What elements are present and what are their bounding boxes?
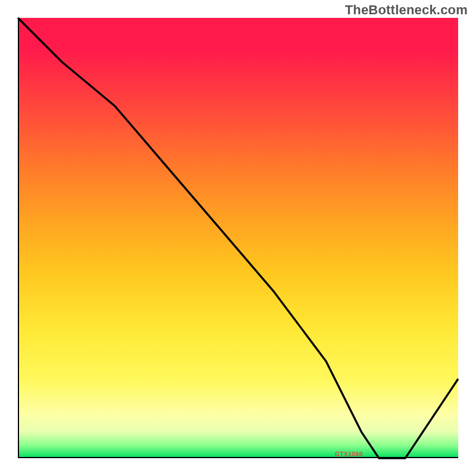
bottom-annotation: GTX1060 — [335, 451, 363, 458]
watermark-text: TheBottleneck.com — [345, 2, 468, 18]
chart-container: TheBottleneck.com GTX1060 — [0, 0, 476, 476]
curve-path — [18, 18, 458, 458]
bottleneck-curve — [18, 18, 458, 458]
plot-area: GTX1060 — [18, 18, 458, 458]
